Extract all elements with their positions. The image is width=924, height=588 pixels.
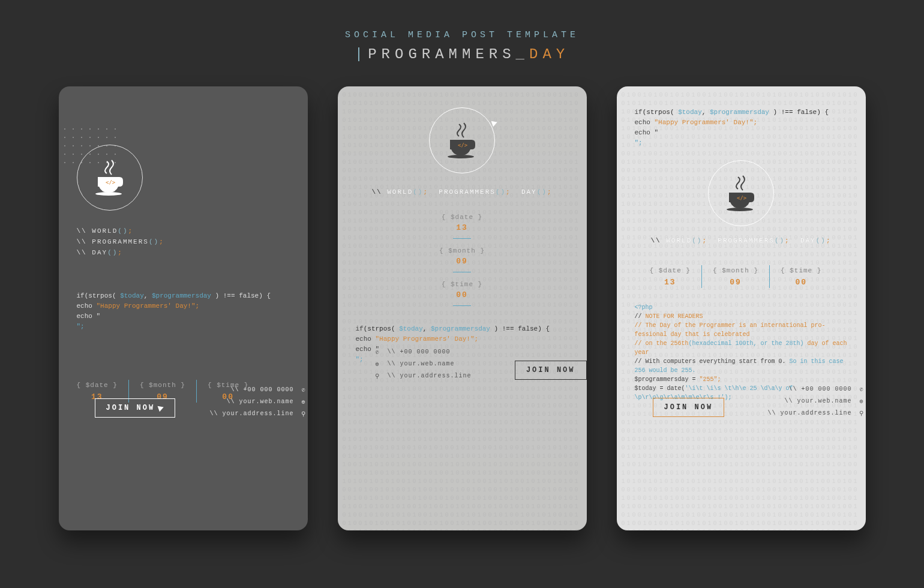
php-code-block: if(strpos( $today, $programmersday ) !==… <box>77 291 290 332</box>
pin-icon: ⚲ <box>374 372 382 380</box>
join-button[interactable]: JOIN NOW <box>515 361 587 380</box>
svg-text:</>: </> <box>458 142 468 148</box>
svg-point-2 <box>448 155 474 158</box>
phone-icon: ✆ <box>374 348 382 356</box>
template-card-light: 0100101001010100101001010010101001010100… <box>617 86 866 530</box>
cards-row: </> \\ WORLD(); \\ PROGRAMMERS(); \\ DAY… <box>0 86 924 530</box>
phone-icon: ✆ <box>300 386 308 394</box>
phone-icon: ✆ <box>858 385 866 393</box>
template-card-grey: 0100101001010100101001010010101001010100… <box>338 86 587 530</box>
cursor-icon <box>158 404 165 412</box>
pin-icon: ⚲ <box>300 410 308 418</box>
header-subtitle: SOCIAL MEDIA POST TEMPLATE <box>0 30 924 40</box>
world-code-inline: \\ WORLD(); PROGRAMMERS(); DAY(); <box>356 188 569 196</box>
globe-icon: ⊕ <box>858 397 866 405</box>
world-code-lines: \\ WORLD(); \\ PROGRAMMERS(); \\ DAY(); <box>77 226 290 258</box>
date-row: { $date }13 { $month }09 { $time }00 <box>635 265 848 288</box>
template-card-dark: </> \\ WORLD(); \\ PROGRAMMERS(); \\ DAY… <box>59 86 308 530</box>
coffee-logo: </> <box>77 145 143 211</box>
page-header: SOCIAL MEDIA POST TEMPLATE |PROGRAMMERS_… <box>0 0 924 86</box>
contact-list: ✆\\ +00 000 0000 ⊕\\ your.web.name ⚲\\ y… <box>374 348 472 380</box>
coffee-logo: </> <box>429 107 495 173</box>
svg-point-0 <box>95 192 122 196</box>
svg-text:</>: </> <box>737 195 747 201</box>
pin-icon: ⚲ <box>858 409 866 417</box>
card-footer: JOIN NOW ✆\\ +00 000 0000 ⊕\\ your.web.n… <box>653 385 866 417</box>
globe-icon: ⊕ <box>374 360 382 368</box>
header-title: |PROGRAMMERS_DAY <box>0 46 924 62</box>
card-footer: ✆\\ +00 000 0000 ⊕\\ your.web.name ⚲\\ y… <box>374 348 587 380</box>
contact-list: ✆\\ +00 000 0000 ⊕\\ your.web.name ⚲\\ y… <box>767 385 865 417</box>
php-code-block: if(strpos( $today, $programmersday ) !==… <box>635 107 848 148</box>
globe-icon: ⊕ <box>300 398 308 406</box>
card-footer: JOIN NOW ✆\\ +00 000 0000 ⊕\\ your.web.n… <box>95 386 308 418</box>
world-code-inline: \\ WORLD(); PROGRAMMERS(); DAY(); <box>635 237 848 244</box>
join-button[interactable]: JOIN NOW <box>653 398 725 417</box>
contact-list: ✆\\ +00 000 0000 ⊕\\ your.web.name ⚲\\ y… <box>209 386 307 418</box>
coffee-logo: </> <box>708 160 774 226</box>
join-button[interactable]: JOIN NOW <box>95 398 176 418</box>
svg-point-4 <box>727 208 753 211</box>
pipe-icon: | <box>355 46 368 62</box>
svg-text:</>: </> <box>106 179 116 185</box>
date-stack: { $date }13 { $month }09 { $time }00 <box>356 214 569 306</box>
